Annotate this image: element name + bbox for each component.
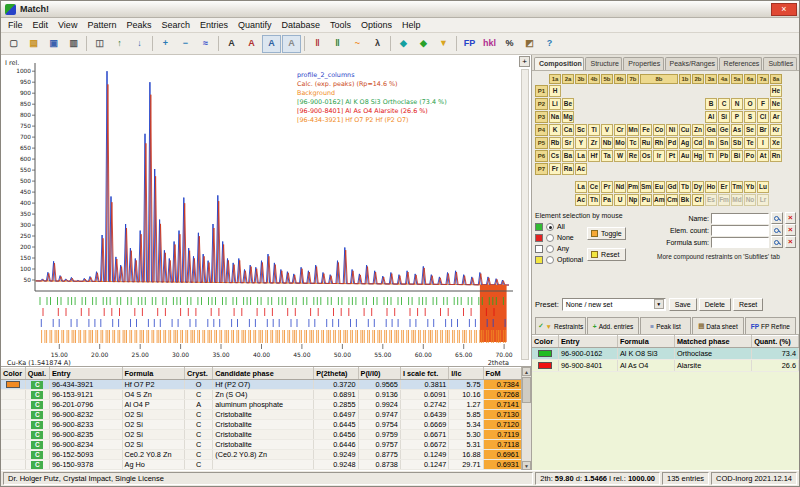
menu-peaks[interactable]: Peaks: [121, 19, 156, 31]
element-n[interactable]: N: [731, 98, 743, 110]
toggle-button[interactable]: Toggle: [587, 227, 626, 240]
element-o[interactable]: O: [744, 98, 756, 110]
element-au[interactable]: Au: [679, 150, 691, 162]
tab-data-sheet[interactable]: ▤Data sheet: [692, 317, 743, 334]
group-header-1a[interactable]: 1a: [549, 74, 561, 84]
tab-peak-list[interactable]: ≡Peak list: [640, 317, 691, 334]
group-header-8b[interactable]: 8b: [640, 74, 678, 84]
preset-delete-button[interactable]: Delete: [699, 298, 731, 311]
element-as[interactable]: As: [731, 124, 743, 136]
element-ge[interactable]: Ge: [718, 124, 730, 136]
label-a-icon[interactable]: A: [222, 35, 241, 53]
element-f[interactable]: F: [757, 98, 769, 110]
element-b[interactable]: B: [705, 98, 717, 110]
tab-fp-refine[interactable]: FPFP Refine: [745, 317, 796, 334]
column-header-cryst[interactable]: Cryst.: [185, 368, 213, 380]
element-rn[interactable]: Rn: [770, 150, 782, 162]
radio-icon[interactable]: [546, 223, 554, 231]
column-header-qual[interactable]: Qual.: [25, 368, 49, 380]
element-cf[interactable]: Cf: [692, 194, 704, 206]
element-hf[interactable]: Hf: [588, 150, 600, 162]
menu-entries[interactable]: Entries: [195, 19, 233, 31]
element-c[interactable]: C: [718, 98, 730, 110]
element-tl[interactable]: Tl: [705, 150, 717, 162]
menu-options[interactable]: Options: [356, 19, 397, 31]
new-document-icon[interactable]: ▢: [4, 35, 23, 53]
element-po[interactable]: Po: [744, 150, 756, 162]
pattern-view-icon[interactable]: ≈: [196, 35, 215, 53]
element-te[interactable]: Te: [744, 137, 756, 149]
element-co[interactable]: Co: [653, 124, 665, 136]
open-file-icon[interactable]: ▤: [24, 35, 43, 53]
element-yb[interactable]: Yb: [744, 181, 756, 193]
candidate-row[interactable]: C96-201-0796Al O4 PAaluminum phosphate0.…: [1, 400, 522, 410]
radio-icon[interactable]: [546, 256, 554, 264]
element-cm[interactable]: Cm: [666, 194, 678, 206]
diffraction-chart[interactable]: 5010015020025030035040045050055060065070…: [1, 55, 519, 371]
mode-optional[interactable]: Optional: [535, 254, 583, 265]
column-header-formula[interactable]: Formula: [122, 368, 185, 380]
element-w[interactable]: W: [614, 150, 626, 162]
element-la[interactable]: La: [575, 150, 587, 162]
formula-sum-input[interactable]: [711, 237, 769, 248]
search-icon[interactable]: [771, 212, 783, 224]
column-header-i-ic[interactable]: I/Ic: [449, 368, 483, 380]
restraints-funnel-icon[interactable]: ▼: [434, 35, 453, 53]
element-hg[interactable]: Hg: [692, 150, 704, 162]
element-ce[interactable]: Ce: [588, 181, 600, 193]
zoom-out-icon[interactable]: −: [176, 35, 195, 53]
group-header-2a[interactable]: 2a: [562, 74, 574, 84]
reset-selection-button[interactable]: Reset: [587, 248, 626, 261]
element-fm[interactable]: Fm: [718, 194, 730, 206]
element-rh[interactable]: Rh: [653, 137, 665, 149]
candidate-row[interactable]: C96-900-8234O2 SiCCristobalite0.64460.97…: [1, 440, 522, 450]
search-match-diamond-icon[interactable]: ◆: [394, 35, 413, 53]
element-np[interactable]: Np: [627, 194, 639, 206]
group-header-5b[interactable]: 5b: [601, 74, 613, 84]
element-ra[interactable]: Ra: [562, 163, 574, 175]
scroll-thumb[interactable]: [522, 377, 531, 403]
mode-all[interactable]: All: [535, 221, 583, 232]
radio-icon[interactable]: [546, 234, 554, 242]
element-br[interactable]: Br: [757, 124, 769, 136]
element-k[interactable]: K: [549, 124, 561, 136]
element-fe[interactable]: Fe: [640, 124, 652, 136]
element-s[interactable]: S: [744, 111, 756, 123]
save-icon[interactable]: ▣: [44, 35, 63, 53]
element-no[interactable]: No: [744, 194, 756, 206]
print-icon[interactable]: ▥: [64, 35, 83, 53]
column-header-fom[interactable]: FoM: [483, 368, 521, 380]
element-es[interactable]: Es: [705, 194, 717, 206]
search-icon[interactable]: [771, 236, 783, 248]
element-cs[interactable]: Cs: [549, 150, 561, 162]
close-button[interactable]: ×: [771, 3, 797, 16]
tab-properties[interactable]: Properties: [623, 57, 663, 70]
element-ac[interactable]: Ac: [575, 194, 587, 206]
mode-any[interactable]: Any: [535, 243, 583, 254]
period-label-p5[interactable]: P5: [535, 137, 548, 149]
scroll-down-icon[interactable]: ▼: [522, 461, 531, 470]
element-tm[interactable]: Tm: [731, 181, 743, 193]
element-cu[interactable]: Cu: [679, 124, 691, 136]
hkl-icon[interactable]: hkl: [480, 35, 499, 53]
element-th[interactable]: Th: [588, 194, 600, 206]
database-icon[interactable]: ◩: [520, 35, 539, 53]
menu-quantify[interactable]: Quantify: [233, 19, 277, 31]
group-header-3a[interactable]: 3a: [705, 74, 717, 84]
group-header-3b[interactable]: 3b: [575, 74, 587, 84]
period-label-p7[interactable]: P7: [535, 163, 548, 175]
element-tc[interactable]: Tc: [627, 137, 639, 149]
element-ar[interactable]: Ar: [770, 111, 782, 123]
label-a-red-icon[interactable]: A: [242, 35, 261, 53]
tab-structure[interactable]: Structure: [585, 57, 622, 70]
candidate-row[interactable]: C96-150-9378Ag HoC0.92480.87380.124729.7…: [1, 460, 522, 470]
element-kr[interactable]: Kr: [770, 124, 782, 136]
column-header-candidate-phase[interactable]: Candidate phase: [213, 368, 314, 380]
element-am[interactable]: Am: [653, 194, 665, 206]
zoom-in-icon[interactable]: +: [156, 35, 175, 53]
element-ga[interactable]: Ga: [705, 124, 717, 136]
column-header-p-i-i0[interactable]: P(I/I0): [358, 368, 400, 380]
element-zn[interactable]: Zn: [692, 124, 704, 136]
matched-column-header-formula[interactable]: Formula: [617, 336, 674, 348]
column-header-p-2theta[interactable]: P(2theta): [314, 368, 358, 380]
